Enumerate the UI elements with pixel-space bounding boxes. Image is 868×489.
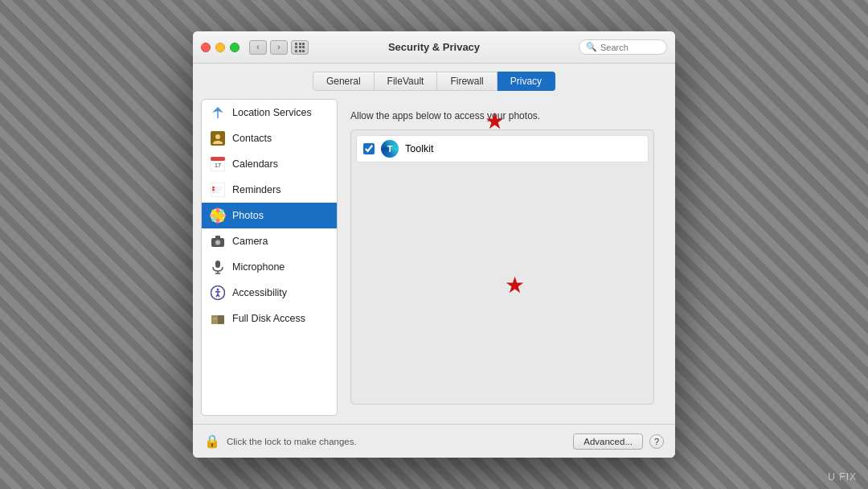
sidebar-label-microphone: Microphone	[232, 261, 285, 273]
apps-list: T Toolkit	[350, 129, 654, 405]
panel-description: Allow the apps below to access your phot…	[350, 110, 654, 121]
sidebar: Location Services Contacts	[201, 99, 338, 416]
forward-button[interactable]: ›	[270, 40, 288, 55]
svg-point-11	[212, 191, 215, 194]
grid-button[interactable]	[291, 40, 309, 55]
full-disk-access-icon	[210, 310, 226, 327]
calendars-icon: 17	[210, 156, 226, 172]
help-button[interactable]: ?	[649, 434, 664, 449]
main-panel: Allow the apps below to access your phot…	[338, 99, 667, 416]
traffic-lights	[201, 43, 240, 52]
location-services-icon	[210, 105, 226, 121]
sidebar-item-full-disk-access[interactable]: Full Disk Access	[202, 306, 337, 331]
toolkit-name: Toolkit	[405, 143, 433, 154]
tab-general[interactable]: General	[313, 72, 375, 91]
svg-point-24	[216, 240, 220, 244]
sidebar-item-photos[interactable]: Photos	[202, 203, 337, 228]
camera-icon	[210, 233, 226, 249]
sidebar-item-location-services[interactable]: Location Services	[202, 100, 337, 125]
sidebar-item-accessibility[interactable]: Accessibility	[202, 280, 337, 306]
back-button[interactable]: ‹	[249, 40, 267, 55]
close-button[interactable]	[201, 43, 211, 52]
sidebar-item-camera[interactable]: Camera	[202, 228, 337, 254]
svg-point-9	[212, 187, 215, 189]
sidebar-label-contacts: Contacts	[232, 133, 272, 144]
footer-lock-text: Click the lock to make changes.	[227, 437, 567, 446]
search-icon: 🔍	[586, 42, 597, 52]
search-box[interactable]: 🔍	[579, 39, 667, 55]
microphone-icon	[210, 259, 226, 275]
nav-buttons: ‹ ›	[249, 40, 288, 55]
sidebar-item-reminders[interactable]: Reminders	[202, 177, 337, 203]
sidebar-label-camera: Camera	[232, 236, 268, 247]
sidebar-item-calendars[interactable]: 17 Calendars	[202, 151, 337, 177]
sidebar-label-location-services: Location Services	[232, 107, 312, 118]
tabs-bar: General FileVault Firewall Privacy	[193, 64, 675, 91]
tab-firewall[interactable]: Firewall	[437, 72, 497, 91]
tab-privacy[interactable]: Privacy	[497, 72, 555, 91]
accessibility-icon	[210, 285, 226, 301]
app-item-toolkit: T Toolkit	[356, 135, 649, 162]
svg-point-10	[212, 189, 215, 191]
advanced-button[interactable]: Advanced...	[573, 434, 643, 450]
sidebar-label-full-disk-access: Full Disk Access	[232, 313, 305, 324]
svg-rect-33	[213, 318, 217, 320]
lock-icon: 🔒	[204, 434, 220, 449]
tab-filevault[interactable]: FileVault	[375, 72, 438, 91]
sidebar-label-photos: Photos	[232, 210, 264, 221]
content-area: Location Services Contacts	[201, 99, 667, 416]
sidebar-item-microphone[interactable]: Microphone	[202, 254, 337, 280]
watermark: U FIX	[828, 471, 857, 483]
svg-rect-26	[215, 261, 220, 268]
contacts-icon	[210, 130, 226, 146]
svg-rect-25	[215, 236, 220, 239]
toolkit-checkbox[interactable]	[363, 143, 375, 154]
minimize-button[interactable]	[215, 43, 225, 52]
svg-text:17: 17	[215, 162, 221, 168]
titlebar: ‹ › Security & Privacy 🔍	[193, 31, 675, 64]
window-title: Security & Privacy	[388, 41, 480, 53]
svg-point-1	[215, 134, 220, 139]
footer: 🔒 Click the lock to make changes. Advanc…	[193, 424, 675, 458]
svg-rect-3	[211, 157, 225, 161]
photos-icon	[210, 208, 226, 224]
sidebar-label-accessibility: Accessibility	[232, 287, 287, 298]
search-input[interactable]	[600, 43, 665, 52]
toolkit-icon: T	[381, 140, 399, 158]
security-privacy-window: ‹ › Security & Privacy 🔍 General FileVau…	[193, 31, 675, 458]
sidebar-label-calendars: Calendars	[232, 158, 278, 170]
svg-point-30	[217, 289, 219, 291]
sidebar-item-contacts[interactable]: Contacts	[202, 125, 337, 151]
reminders-icon	[210, 182, 226, 198]
maximize-button[interactable]	[230, 43, 240, 52]
sidebar-label-reminders: Reminders	[232, 184, 280, 195]
svg-point-21	[215, 213, 221, 219]
